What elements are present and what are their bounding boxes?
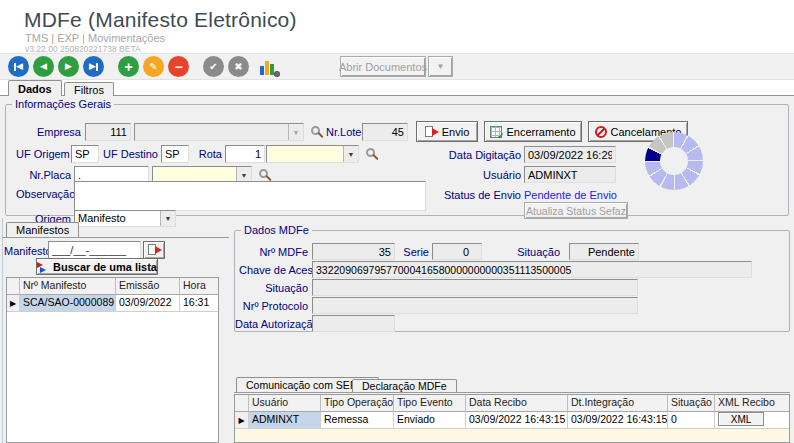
col-nr-manifesto[interactable]: Nrº Manifesto <box>20 278 116 295</box>
manifestos-tab-line <box>2 237 229 238</box>
envio-button[interactable]: Envio <box>416 121 478 142</box>
empresa-combo-text <box>135 124 288 140</box>
manifestos-grid-header: Nrº Manifesto Emissão Hora <box>7 278 218 295</box>
chart-bar-orange-icon <box>265 61 269 75</box>
col-dt-integracao[interactable]: Dt.Integração <box>568 395 668 412</box>
nav-last-button[interactable]: ▶ <box>83 56 104 77</box>
origem-combo-text: Manifesto <box>75 211 160 226</box>
cell-xml-recibo: XML <box>715 412 789 429</box>
col-tipo-operacao[interactable]: Tipo Operação <box>321 395 394 412</box>
nr-lote-field[interactable] <box>362 123 408 141</box>
table-row[interactable]: ▶ SCA/SAO-0000089 03/09/2022 16:31 <box>7 295 218 312</box>
encerramento-button-label: Encerramento <box>506 126 575 138</box>
list-arrows-icon <box>37 261 49 273</box>
toolbar: ◀ ◀ ▶ ▶ + ✎ − ✔ ✖ Abrir Documentos ▼ <box>0 53 794 80</box>
encerramento-button[interactable]: Encerramento <box>484 121 582 142</box>
xml-button[interactable]: XML <box>718 412 764 426</box>
tab-manifestos[interactable]: Manifestos <box>6 222 79 237</box>
usuario-field[interactable] <box>524 166 616 183</box>
col-hora[interactable]: Hora <box>180 278 218 295</box>
rota-label: Rota <box>194 148 222 160</box>
chevron-down-icon: ▼ <box>437 62 445 71</box>
confirm-button[interactable]: ✔ <box>203 56 224 77</box>
rota-combo-text <box>267 146 343 162</box>
dados-mdfe-legend: Dados MDFe <box>241 224 312 236</box>
col-usuario[interactable]: Usuário <box>249 395 321 412</box>
empresa-search-icon[interactable] <box>311 126 320 135</box>
tab-declaracao-mdfe[interactable]: Declaração MDFe <box>352 379 457 392</box>
sefaz-grid: Usuário Tipo Operação Tipo Evento Data R… <box>234 394 790 443</box>
tab-dados[interactable]: Dados <box>8 80 62 96</box>
spreadsheet-check-icon <box>490 126 502 138</box>
cell-emissao[interactable]: 03/09/2022 <box>116 295 180 312</box>
tab-filtros[interactable]: Filtros <box>64 82 114 96</box>
atualiza-status-sefaz-button[interactable]: Atualiza Status Sefaz <box>524 202 628 219</box>
sefaz-tab-line <box>234 392 790 393</box>
abrir-documentos-button[interactable]: Abrir Documentos <box>340 56 426 77</box>
rota-combo[interactable]: ▼ <box>266 145 359 163</box>
serie-field[interactable] <box>432 243 482 260</box>
cell-data-recibo[interactable]: 03/09/2022 16:43:15 <box>466 412 568 429</box>
cell-hora[interactable]: 16:31 <box>180 295 218 312</box>
nr-lote-label: Nr.Lote <box>326 126 359 138</box>
sefaz-grid-header: Usuário Tipo Operação Tipo Evento Data R… <box>235 395 789 412</box>
nav-next-button[interactable]: ▶ <box>58 56 79 77</box>
manifesto-send-button[interactable] <box>143 241 165 259</box>
chave-acesso-field[interactable] <box>312 261 752 278</box>
origem-combo[interactable]: Manifesto ▼ <box>74 210 176 227</box>
rota-search-icon[interactable] <box>366 148 375 157</box>
uf-origem-field[interactable] <box>71 145 99 163</box>
buscar-lista-button[interactable]: Buscar de uma lista <box>36 258 158 275</box>
situacao-field[interactable] <box>569 243 639 260</box>
observacao-textarea[interactable] <box>74 181 426 211</box>
cancel-button[interactable]: ✖ <box>228 56 249 77</box>
cell-usuario[interactable]: ADMINXT <box>249 412 321 429</box>
serie-label: Serie <box>401 246 429 258</box>
add-button[interactable]: + <box>118 56 139 77</box>
chart-button[interactable] <box>260 58 277 75</box>
empresa-code-field[interactable] <box>85 123 131 141</box>
nr-placa-search-icon[interactable] <box>259 169 268 178</box>
cell-situacao[interactable]: 0 <box>668 412 715 429</box>
cell-nr-manifesto[interactable]: SCA/SAO-0000089 <box>20 295 116 312</box>
observacao-label: Observação <box>16 188 71 200</box>
nr-placa-label: Nr.Placa <box>24 169 71 181</box>
col-tipo-evento[interactable]: Tipo Evento <box>394 395 466 412</box>
pencil-icon: ✎ <box>149 61 157 72</box>
uf-destino-field[interactable] <box>161 145 189 163</box>
col-xml-recibo[interactable]: XML Recibo <box>715 395 789 412</box>
nav-prev-button[interactable]: ◀ <box>33 56 54 77</box>
manifesto-send-icon <box>148 244 161 256</box>
empresa-combo[interactable]: ▼ <box>134 123 304 141</box>
row-indicator-icon: ▶ <box>235 412 249 429</box>
cell-tipo-operacao[interactable]: Remessa <box>321 412 394 429</box>
table-row[interactable]: ▶ ADMINXT Remessa Enviado 03/09/2022 16:… <box>235 412 789 429</box>
abrir-documentos-dropdown[interactable]: ▼ <box>428 56 453 77</box>
col-situacao[interactable]: Situação <box>668 395 715 412</box>
cell-tipo-evento[interactable]: Enviado <box>394 412 466 429</box>
header-indicator-cell <box>235 395 249 412</box>
cell-dt-integracao[interactable]: 03/09/2022 16:43:15 <box>568 412 668 429</box>
edit-button[interactable]: ✎ <box>143 56 164 77</box>
page-title: MDFe (Manifesto Eletrônico) <box>24 8 297 32</box>
data-digitacao-field[interactable] <box>524 146 616 163</box>
situacao2-field[interactable] <box>312 279 638 296</box>
nr-mdfe-field[interactable] <box>312 243 395 260</box>
manifestos-grid: Nrº Manifesto Emissão Hora ▶ SCA/SAO-000… <box>6 277 219 443</box>
delete-button[interactable]: − <box>168 56 189 77</box>
rota-code-field[interactable] <box>225 145 265 163</box>
usuario-label: Usuário <box>446 169 521 181</box>
dados-mdfe-group: Dados MDFe Nrº MDFe Serie Situação Chave… <box>234 224 790 332</box>
nr-protocolo-field[interactable] <box>312 297 638 314</box>
col-emissao[interactable]: Emissão <box>116 278 180 295</box>
col-data-recibo[interactable]: Data Recibo <box>466 395 568 412</box>
situacao-label: Situação <box>515 246 560 258</box>
header-indicator-cell <box>7 278 20 295</box>
x-icon: ✖ <box>234 61 242 72</box>
situacao2-label: Situação <box>263 282 308 294</box>
manifesto-mask-input[interactable] <box>48 241 141 259</box>
breadcrumb: TMS | EXP | Movimentações <box>25 32 165 44</box>
data-autorizacao-field[interactable] <box>312 315 395 332</box>
nav-first-button[interactable]: ◀ <box>8 56 29 77</box>
buscar-lista-label: Buscar de uma lista <box>53 261 157 273</box>
